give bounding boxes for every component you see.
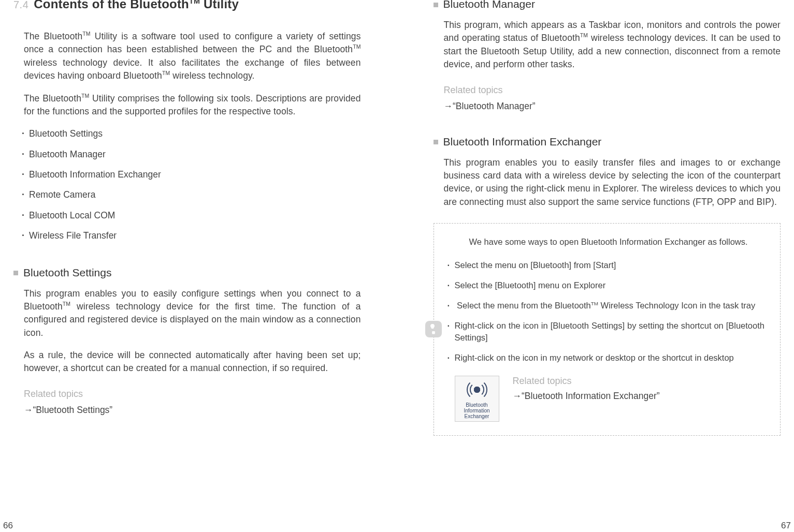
related-topics-label: Related topics (444, 85, 781, 96)
tools-list: Bluetooth Settings Bluetooth Manager Blu… (29, 127, 361, 242)
section-heading: 7.4 Contents of the BluetoothTM Utility (13, 0, 361, 30)
tools-item: Remote Camera (29, 188, 361, 201)
square-bullet-icon (13, 271, 18, 275)
svg-rect-0 (425, 321, 442, 337)
square-bullet-icon (434, 3, 438, 7)
page-right: Bluetooth Manager This program, which ap… (397, 0, 795, 532)
note-item: Select the [Bluetooth] menu on Explorer (455, 279, 765, 291)
page-number-left: 66 (3, 521, 13, 531)
bluetooth-info-exchanger-para: This program enables you to easily trans… (444, 156, 781, 209)
note-item: Select the menu on [Bluetooth] from [Sta… (455, 259, 765, 271)
svg-rect-1 (432, 331, 435, 334)
note-item: Right-click on the icon in my network or… (455, 352, 765, 364)
note-item: Right-click on the icon in [Bluetooth Se… (455, 320, 765, 344)
wireless-icon (467, 379, 487, 400)
intro-paragraph-2: The BluetoothTM Utility comprises the fo… (24, 92, 361, 119)
subsection-title: Bluetooth Settings (23, 267, 111, 279)
related-topics-link: →“Bluetooth Settings” (24, 405, 361, 416)
bluetooth-manager-para: This program, which appears as a Taskbar… (444, 19, 781, 71)
subsection-title: Bluetooth Manager (443, 0, 535, 10)
bluetooth-exchanger-app-icon: Bluetooth Information Exchanger (455, 376, 499, 422)
related-topics-label: Related topics (24, 389, 361, 400)
tools-item: Bluetooth Local COM (29, 209, 361, 222)
square-bullet-icon (434, 140, 438, 144)
tools-item: Bluetooth Manager (29, 148, 361, 161)
note-intro: We have some ways to open Bluetooth Info… (469, 237, 765, 247)
note-box: We have some ways to open Bluetooth Info… (434, 223, 781, 436)
section-title: Contents of the BluetoothTM Utility (34, 0, 239, 11)
subsection-heading: Bluetooth Manager (434, 0, 781, 10)
app-icon-label: Bluetooth Information Exchanger (457, 402, 497, 419)
related-topics-link: →“Bluetooth Information Exchanger” (513, 391, 660, 402)
note-related-block: Related topics →“Bluetooth Information E… (513, 376, 660, 402)
tools-item: Bluetooth Information Exchanger (29, 168, 361, 181)
related-topics-link: →“Bluetooth Manager” (444, 101, 781, 112)
note-bottom-row: Bluetooth Information Exchanger Related … (455, 376, 765, 422)
subsection-title: Bluetooth Information Exchanger (443, 136, 602, 148)
tools-item: Bluetooth Settings (29, 127, 361, 140)
note-list: Select the menu on [Bluetooth] from [Sta… (455, 259, 765, 364)
tools-item: Wireless File Transfer (29, 229, 361, 242)
intro-paragraph-1: The BluetoothTM Utility is a software to… (24, 30, 361, 83)
section-number: 7.4 (13, 0, 28, 11)
related-topics-label: Related topics (513, 376, 660, 387)
bluetooth-settings-para-1: This program enables you to easily confi… (24, 287, 361, 340)
bluetooth-settings-para-2: As a rule, the device will be connected … (24, 349, 361, 375)
note-icon (425, 320, 442, 338)
note-item: Select the menu from the BluetoothTM Wir… (455, 300, 765, 312)
page-number-right: 67 (781, 521, 791, 531)
subsection-heading: Bluetooth Settings (13, 267, 361, 279)
subsection-heading: Bluetooth Information Exchanger (434, 136, 781, 148)
page-left: 7.4 Contents of the BluetoothTM Utility … (0, 0, 397, 532)
